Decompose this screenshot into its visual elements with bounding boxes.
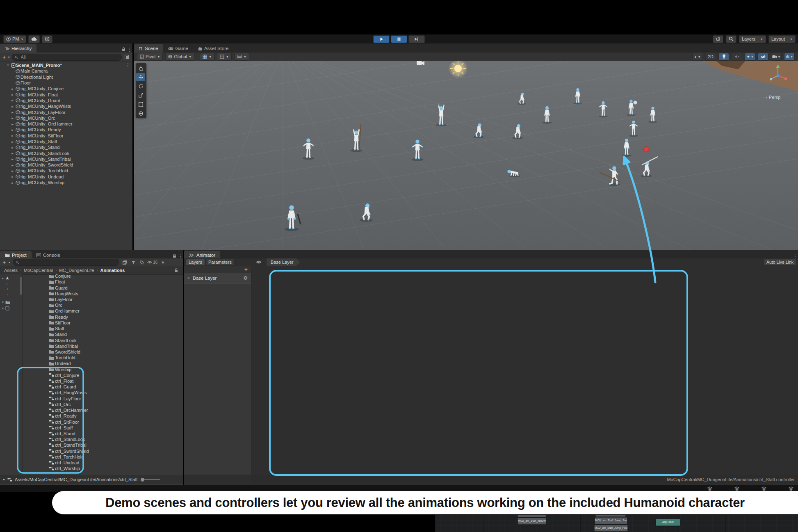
- tab-asset-store[interactable]: Asset Store: [193, 44, 233, 53]
- expand-arrow-icon[interactable]: ▶: [10, 146, 15, 149]
- state-node[interactable]: MCU_am_Staff_Idle2Walk: [518, 518, 546, 525]
- folder-row[interactable]: Worship: [23, 367, 183, 372]
- camera-dropdown[interactable]: ▼: [771, 53, 782, 61]
- expand-arrow-icon[interactable]: ▶: [10, 123, 15, 126]
- hierarchy-item[interactable]: Directional Light: [6, 74, 131, 80]
- layers-tab[interactable]: Layers: [186, 259, 205, 266]
- rotate-tool[interactable]: [136, 82, 145, 90]
- undo-history-button[interactable]: [713, 35, 723, 43]
- folder-row[interactable]: Staff: [23, 326, 183, 331]
- snap-increment-toggle[interactable]: ▼: [234, 53, 249, 61]
- persp-label[interactable]: ‹ Persp: [766, 95, 780, 100]
- label-icon[interactable]: [139, 259, 145, 266]
- state-machine-graph[interactable]: Any StateEntryMCU_am_Staff_Walk2IdleMCU_…: [435, 515, 798, 532]
- tab-console[interactable]: Console: [32, 251, 65, 259]
- search-button[interactable]: [726, 35, 736, 43]
- folder-row[interactable]: Conjure: [23, 273, 183, 279]
- kebab-icon[interactable]: ⋮: [125, 62, 131, 68]
- account-button[interactable]: PM▼: [3, 35, 26, 43]
- pause-button[interactable]: [391, 35, 407, 43]
- kebab-icon[interactable]: ⋮: [127, 47, 132, 53]
- breadcrumb-item[interactable]: Animations: [100, 268, 125, 273]
- state-node[interactable]: MCU_am_Staff_Jump_Fwd_Land: [594, 525, 628, 532]
- grid-axis-toggle[interactable]: ▼: [217, 53, 232, 61]
- scene-viewport[interactable]: ‹ Persp: [134, 61, 798, 250]
- controller-row[interactable]: ctrl_Staff: [23, 425, 183, 431]
- chevron-down-icon[interactable]: ▼: [2, 277, 4, 280]
- chevron-down-icon[interactable]: ▼: [2, 478, 5, 481]
- expand-arrow-icon[interactable]: ▶: [10, 116, 15, 119]
- hierarchy-search-input[interactable]: [20, 54, 119, 60]
- controller-row[interactable]: ctrl_TorchHold: [23, 454, 183, 460]
- visibility-toggle[interactable]: [758, 53, 768, 61]
- breadcrumb-item[interactable]: MoCapCentral: [24, 268, 53, 273]
- controller-row[interactable]: ctrl_LayFloor: [23, 396, 183, 402]
- folder-row[interactable]: HangWrists: [23, 291, 183, 297]
- folder-row[interactable]: Undead: [23, 361, 183, 366]
- lock-icon[interactable]: [120, 46, 127, 53]
- controller-row[interactable]: ctrl_SwordShield: [23, 448, 183, 454]
- hierarchy-root-row[interactable]: ▼ Scene_MAIN_Promo* ⋮: [6, 62, 131, 68]
- rect-tool[interactable]: [136, 100, 145, 108]
- hierarchy-item[interactable]: Floor: [6, 80, 131, 86]
- expand-arrow-icon[interactable]: ▶: [10, 152, 15, 155]
- hierarchy-item-rig[interactable]: ▶rig_MCUnity_SitFloor: [6, 133, 131, 139]
- folder-row[interactable]: SwordShield: [23, 349, 183, 355]
- eye-icon[interactable]: [256, 260, 262, 264]
- favorites-star-icon[interactable]: ★: [5, 276, 9, 281]
- global-dropdown[interactable]: Global▼: [165, 53, 194, 61]
- hierarchy-item-rig[interactable]: ▶rig_MCUnity_Float: [6, 91, 131, 97]
- add-button[interactable]: +: [2, 260, 6, 265]
- expand-arrow-icon[interactable]: ▶: [10, 111, 15, 114]
- hierarchy-item-rig[interactable]: ▶rig_MCUnity_OrcHammer: [6, 121, 131, 127]
- controller-row[interactable]: ctrl_Guard: [23, 384, 183, 390]
- hand-tool[interactable]: [136, 64, 145, 72]
- expand-arrow-icon[interactable]: ▶: [10, 181, 15, 184]
- drag-handle-icon[interactable]: ≡: [187, 276, 189, 280]
- thumbnail-size-slider[interactable]: [141, 478, 160, 482]
- folder-row[interactable]: LayFloor: [23, 297, 183, 302]
- layer-row-base[interactable]: ≡ Base Layer ⚙: [184, 273, 251, 283]
- hierarchy-item-rig[interactable]: ▶rig_MCUnity_StandLook: [6, 150, 131, 156]
- folder-row[interactable]: SitFloor: [23, 320, 183, 326]
- services-button[interactable]: [42, 35, 52, 43]
- step-button[interactable]: [408, 35, 425, 43]
- parameters-tab[interactable]: Parameters: [205, 259, 235, 266]
- folder-row[interactable]: StandTribal: [23, 343, 183, 349]
- expand-arrow-icon[interactable]: ▶: [10, 164, 15, 167]
- hierarchy-item-rig[interactable]: ▶rig_MCUnity_HangWrists: [6, 103, 131, 109]
- expand-arrow-icon[interactable]: ▶: [10, 169, 15, 172]
- chevron-down-icon[interactable]: ▼: [2, 301, 4, 304]
- effects-dropdown[interactable]: ✦▼: [745, 53, 755, 61]
- breadcrumb-item[interactable]: Assets: [4, 268, 18, 273]
- expand-arrow-icon[interactable]: ▼: [6, 64, 10, 66]
- hierarchy-item-rig[interactable]: ▶rig_MCUnity_Guard: [6, 98, 131, 103]
- hierarchy-item[interactable]: Main Camera: [6, 68, 131, 74]
- scale-tool[interactable]: [136, 91, 145, 99]
- folder-row[interactable]: TorchHold: [23, 355, 183, 361]
- state-node[interactable]: Any State: [656, 519, 680, 526]
- controller-row[interactable]: ctrl_OrcHammer: [23, 407, 183, 413]
- folder-row[interactable]: OrcHammer: [23, 308, 183, 314]
- hierarchy-item-rig[interactable]: ▶rig_MCUnity_Ready: [6, 127, 131, 132]
- project-search-input[interactable]: [21, 260, 117, 265]
- auto-live-link-button[interactable]: Auto Live Link: [764, 259, 796, 266]
- favorites-star-icon[interactable]: ★: [160, 259, 166, 266]
- layers-dropdown[interactable]: Layers▼: [739, 35, 766, 43]
- controller-row[interactable]: ctrl_SitFloor: [23, 419, 183, 425]
- add-layer-button[interactable]: +: [244, 266, 248, 273]
- hierarchy-item-rig[interactable]: ▶rig_MCUnity_TorchHold: [6, 168, 131, 174]
- expand-arrow-icon[interactable]: ▶: [10, 128, 15, 131]
- controller-row[interactable]: ctrl_Float: [23, 378, 183, 384]
- expand-arrow-icon[interactable]: ▶: [10, 140, 15, 143]
- hierarchy-item-rig[interactable]: ▶rig_MCUnity_LayFloor: [6, 109, 131, 115]
- layout-dropdown[interactable]: Layout▼: [768, 35, 796, 43]
- audio-toggle[interactable]: [732, 53, 742, 61]
- open-asset-icon[interactable]: [121, 259, 128, 266]
- breadcrumb-item[interactable]: MC_DungeonLife: [59, 268, 94, 273]
- folder-row[interactable]: Float: [23, 279, 183, 285]
- tab-game[interactable]: Game: [163, 44, 193, 53]
- hierarchy-item-rig[interactable]: ▶rig_MCUnity_SwordShield: [6, 162, 131, 168]
- expand-arrow-icon[interactable]: ▶: [10, 99, 15, 102]
- controller-row[interactable]: ctrl_Ready: [23, 413, 183, 419]
